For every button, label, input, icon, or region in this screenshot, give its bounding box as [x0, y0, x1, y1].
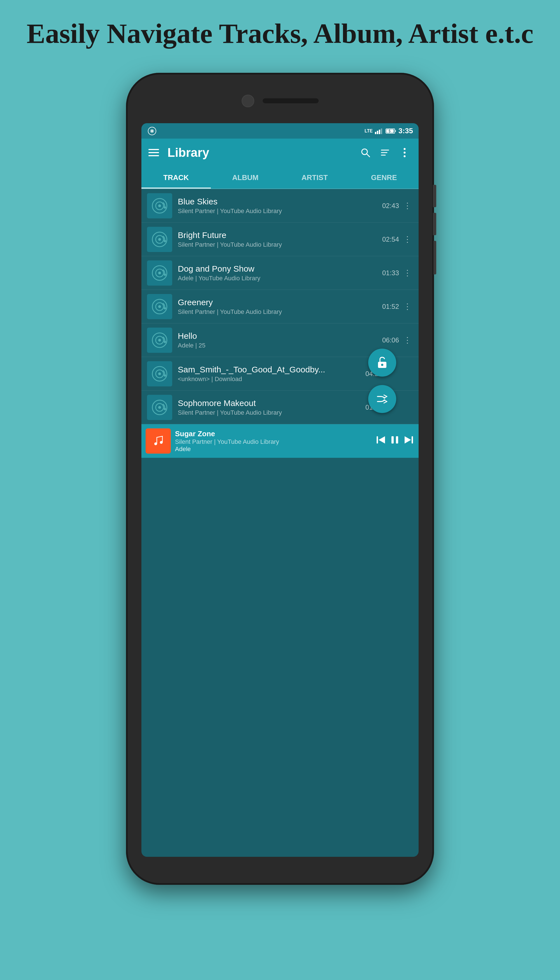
- pause-icon: [389, 434, 400, 445]
- now-playing-subtitle: Silent Partner | YouTube Audio Library: [175, 438, 371, 445]
- hamburger-menu-button[interactable]: [148, 149, 159, 156]
- svg-rect-53: [377, 436, 378, 443]
- svg-point-19: [158, 204, 161, 207]
- track-duration: 02:54: [382, 235, 399, 243]
- sort-button[interactable]: [378, 146, 392, 160]
- phone-screen: LTE 3:35: [142, 123, 418, 857]
- svg-point-16: [404, 155, 406, 157]
- track-meta: <unknown> | Download: [178, 375, 365, 383]
- svg-line-10: [367, 154, 370, 157]
- now-playing-bar[interactable]: Sugar Zone Silent Partner | YouTube Audi…: [142, 424, 418, 458]
- svg-rect-5: [379, 130, 380, 134]
- tab-genre[interactable]: GENRE: [350, 167, 419, 188]
- next-icon: [403, 434, 414, 445]
- fab-shuffle-button[interactable]: [368, 385, 396, 413]
- previous-icon: [375, 434, 387, 445]
- power-button[interactable]: [433, 241, 436, 274]
- sort-icon: [380, 147, 390, 158]
- track-info: Bright Future Silent Partner | YouTube A…: [178, 230, 382, 248]
- track-thumbnail: [147, 227, 172, 252]
- track-thumbnail: [147, 260, 172, 286]
- track-more-button[interactable]: ⋮: [402, 335, 413, 346]
- svg-point-51: [154, 442, 157, 445]
- track-name: Blue Skies: [178, 197, 382, 207]
- track-thumbnail: [147, 328, 172, 353]
- track-name: Hello: [178, 331, 382, 341]
- pause-button[interactable]: [389, 434, 400, 448]
- status-bar: LTE 3:35: [142, 123, 418, 138]
- track-info: Greenery Silent Partner | YouTube Audio …: [178, 298, 382, 315]
- svg-rect-56: [412, 436, 413, 443]
- svg-rect-3: [375, 132, 376, 134]
- track-meta: Adele | YouTube Audio Library: [178, 275, 382, 282]
- track-more-button[interactable]: ⋮: [402, 267, 413, 278]
- tab-artist[interactable]: ARTIST: [280, 167, 350, 188]
- track-more-button[interactable]: ⋮: [402, 200, 413, 212]
- track-meta: Silent Partner | YouTube Audio Library: [178, 308, 382, 315]
- track-item[interactable]: Greenery Silent Partner | YouTube Audio …: [142, 290, 418, 323]
- more-icon: [403, 147, 407, 158]
- svg-point-14: [404, 148, 406, 150]
- svg-point-36: [164, 341, 166, 343]
- search-button[interactable]: [358, 146, 372, 160]
- svg-point-20: [164, 207, 166, 208]
- track-duration: 06:06: [382, 336, 399, 344]
- track-name: Bright Future: [178, 230, 382, 240]
- phone-speaker: [263, 98, 318, 103]
- volume-up-button[interactable]: [433, 185, 436, 207]
- track-thumbnail: [147, 361, 172, 387]
- svg-point-32: [164, 307, 166, 309]
- track-info: Sam_Smith_-_Too_Good_At_Goodby... <unkno…: [178, 365, 365, 383]
- svg-point-35: [158, 339, 161, 342]
- track-duration: 01:52: [382, 303, 399, 310]
- volume-down-button[interactable]: [433, 213, 436, 235]
- track-list: Blue Skies Silent Partner | YouTube Audi…: [142, 189, 418, 458]
- tab-bar: TRACK ALBUM ARTIST GENRE: [142, 167, 418, 189]
- more-options-button[interactable]: [398, 146, 412, 160]
- svg-point-28: [164, 273, 166, 276]
- track-thumbnail: [147, 294, 172, 319]
- app-bar: Library: [142, 138, 418, 167]
- now-playing-artist: Adele: [175, 445, 371, 453]
- next-button[interactable]: [403, 434, 414, 448]
- track-duration: 01:33: [382, 269, 399, 277]
- track-name: Greenery: [178, 298, 382, 307]
- front-camera: [242, 95, 254, 107]
- track-more-button[interactable]: ⋮: [402, 301, 413, 312]
- svg-point-2: [151, 130, 153, 132]
- track-item[interactable]: Dog and Pony Show Adele | YouTube Audio …: [142, 256, 418, 290]
- tab-album[interactable]: ALBUM: [211, 167, 280, 188]
- status-bar-right: LTE 3:35: [365, 127, 413, 135]
- search-icon: [360, 147, 371, 158]
- now-playing-info: Sugar Zone Silent Partner | YouTube Audi…: [175, 430, 371, 453]
- track-duration: 02:43: [382, 202, 399, 210]
- svg-point-23: [158, 238, 161, 241]
- svg-point-50: [381, 364, 383, 366]
- track-thumbnail: [147, 193, 172, 218]
- app-status-icon: [147, 126, 157, 136]
- svg-rect-4: [377, 131, 378, 134]
- phone-top-bar: [210, 90, 350, 112]
- svg-rect-55: [396, 436, 398, 443]
- track-more-button[interactable]: ⋮: [402, 234, 413, 245]
- svg-point-43: [158, 406, 161, 409]
- fab-unlock-button[interactable]: [368, 348, 396, 377]
- svg-point-15: [404, 152, 406, 154]
- lte-indicator: LTE: [365, 128, 373, 133]
- previous-button[interactable]: [375, 434, 387, 448]
- svg-point-27: [158, 272, 161, 274]
- track-info: Sophomore Makeout Silent Partner | YouTu…: [178, 398, 365, 417]
- signal-icon: [375, 128, 383, 134]
- track-name: Sam_Smith_-_Too_Good_At_Goodby...: [178, 365, 365, 374]
- svg-rect-6: [381, 128, 382, 134]
- track-item[interactable]: Blue Skies Silent Partner | YouTube Audi…: [142, 189, 418, 223]
- track-info: Dog and Pony Show Adele | YouTube Audio …: [178, 264, 382, 282]
- track-thumbnail: [147, 395, 172, 420]
- battery-icon: [385, 128, 396, 134]
- now-playing-thumbnail: [146, 428, 171, 453]
- track-meta: Silent Partner | YouTube Audio Library: [178, 409, 365, 417]
- status-bar-left: [147, 126, 157, 136]
- track-item[interactable]: Bright Future Silent Partner | YouTube A…: [142, 223, 418, 256]
- svg-point-31: [158, 305, 161, 308]
- tab-track[interactable]: TRACK: [142, 167, 211, 188]
